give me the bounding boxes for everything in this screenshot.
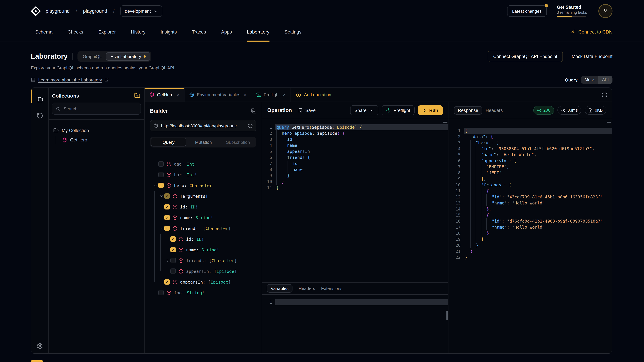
chevron-down-icon[interactable] bbox=[158, 193, 164, 199]
field-row-friends[interactable]: friends:[Character] bbox=[150, 255, 256, 266]
add-operation-button[interactable]: Add operation bbox=[291, 88, 336, 102]
breadcrumb-org[interactable]: playground bbox=[46, 8, 70, 14]
field-checkbox[interactable] bbox=[170, 258, 176, 263]
field-row-appearsIn[interactable]: appearsIn:[Episode]! bbox=[150, 266, 256, 277]
endpoint-url-input[interactable]: http://localhost:3000/api/lab/playgrounc bbox=[150, 120, 256, 131]
learn-more-link[interactable]: Learn more about the Laboratory bbox=[31, 77, 109, 82]
collections-rail-button[interactable] bbox=[34, 94, 46, 105]
kind-tab-query[interactable]: Query bbox=[151, 138, 186, 146]
tab-response[interactable]: Response bbox=[454, 106, 482, 114]
field-row-name[interactable]: ✓name:String! bbox=[150, 212, 256, 223]
field-row-foo[interactable]: foo:String! bbox=[150, 287, 256, 298]
nav-item-settings[interactable]: Settings bbox=[284, 22, 302, 41]
indent-guide bbox=[465, 170, 470, 176]
nav-item-apps[interactable]: Apps bbox=[221, 22, 232, 41]
close-tab-icon[interactable]: × bbox=[244, 92, 246, 97]
breadcrumb-project[interactable]: playground bbox=[83, 8, 107, 14]
kind-tab-mutation[interactable]: Mutation bbox=[186, 138, 221, 146]
kind-tab-subscription[interactable]: Subscription bbox=[221, 138, 255, 146]
endpoint-mode-mock[interactable]: Mock bbox=[581, 76, 598, 84]
nav-item-insights[interactable]: Insights bbox=[160, 22, 177, 41]
get-started-widget[interactable]: Get Started 3 remaining tasks bbox=[557, 5, 587, 17]
close-tab-icon[interactable]: × bbox=[283, 92, 286, 97]
chevron-spacer bbox=[158, 204, 164, 210]
save-button[interactable]: Save bbox=[298, 108, 316, 113]
code-line: 6friends { bbox=[262, 155, 448, 161]
scroll-indicator[interactable] bbox=[444, 122, 448, 123]
new-folder-button[interactable] bbox=[134, 92, 140, 98]
tab-gethero[interactable]: GetHero× bbox=[144, 88, 184, 102]
chevron-down-icon[interactable] bbox=[158, 225, 164, 231]
run-button[interactable]: Run bbox=[418, 105, 443, 115]
mode-option-hive-laboratory[interactable]: Hive Laboratory bbox=[106, 52, 150, 60]
response-editor[interactable]: 1{2"data": {3"hero": {4"id": "93038304-0… bbox=[448, 119, 612, 353]
mode-option-graphiql[interactable]: GraphiQL bbox=[78, 52, 106, 60]
field-checkbox[interactable]: ✓ bbox=[170, 236, 176, 242]
indent-guide bbox=[476, 200, 481, 206]
field-row-appearsIn[interactable]: ✓appearsIn:[Episode]! bbox=[150, 277, 256, 287]
code-line: 1 bbox=[262, 299, 448, 305]
collections-search[interactable] bbox=[52, 103, 141, 115]
field-row-aaa[interactable]: aaa:Int bbox=[150, 159, 256, 169]
close-tab-icon[interactable]: × bbox=[177, 92, 179, 97]
query-editor[interactable]: 1query GetHero($episode: Episode) {2hero… bbox=[262, 119, 448, 282]
tab-extensions[interactable]: Extensions bbox=[321, 286, 342, 291]
field-checkbox[interactable]: ✓ bbox=[164, 193, 170, 199]
collection-operation[interactable]: GetHero bbox=[49, 135, 144, 144]
chevron-down-icon[interactable] bbox=[152, 182, 158, 188]
preflight-button[interactable]: Preflight bbox=[382, 105, 414, 115]
field-row-id[interactable]: ✓id:ID! bbox=[150, 234, 256, 244]
hive-logo-icon[interactable] bbox=[31, 6, 41, 16]
field-row-arguments[interactable]: ✓[arguments] bbox=[150, 191, 256, 201]
connect-to-cdn-link[interactable]: Connect to CDN bbox=[570, 22, 612, 41]
nav-item-history[interactable]: History bbox=[130, 22, 146, 41]
field-checkbox[interactable]: ✓ bbox=[170, 247, 176, 252]
environment-selector[interactable]: development bbox=[120, 5, 162, 17]
field-checkbox[interactable]: ✓ bbox=[158, 183, 164, 188]
tab-variables[interactable]: Variables bbox=[267, 284, 292, 293]
nav-item-laboratory[interactable]: Laboratory bbox=[246, 22, 270, 41]
tab-preflight[interactable]: Preflight× bbox=[251, 88, 291, 102]
field-row-name[interactable]: ✓name:String! bbox=[150, 244, 256, 255]
field-checkbox[interactable] bbox=[170, 269, 176, 274]
indent-guide bbox=[476, 224, 481, 230]
field-checkbox[interactable] bbox=[158, 172, 164, 177]
scroll-indicator[interactable] bbox=[607, 122, 611, 123]
field-checkbox[interactable]: ✓ bbox=[164, 226, 170, 231]
nav-item-explorer[interactable]: Explorer bbox=[98, 22, 116, 41]
history-rail-button[interactable] bbox=[34, 110, 46, 121]
breadcrumb-separator: / bbox=[113, 8, 114, 14]
scrollbar-thumb[interactable] bbox=[446, 311, 448, 320]
tab-environment-variables[interactable]: Environment Variables× bbox=[184, 88, 251, 102]
collection-folder[interactable]: My Collection bbox=[49, 126, 144, 135]
field-row-hero[interactable]: ✓hero:Character bbox=[150, 180, 256, 191]
fullscreen-button[interactable] bbox=[602, 88, 607, 102]
field-row-bar[interactable]: bar:Int! bbox=[150, 169, 256, 180]
field-checkbox[interactable] bbox=[158, 161, 164, 167]
search-input[interactable] bbox=[63, 106, 137, 111]
line-number: 10 bbox=[448, 182, 464, 188]
latest-changes-button[interactable]: Latest changes bbox=[507, 5, 546, 17]
connect-endpoint-button[interactable]: Connect GraphQL API Endpoint bbox=[488, 51, 563, 62]
mock-endpoint-button[interactable]: Mock Data Endpoint bbox=[572, 54, 612, 59]
share-button[interactable]: Share ⋯ bbox=[350, 105, 378, 115]
tab-response-headers[interactable]: Headers bbox=[486, 108, 503, 113]
tab-headers[interactable]: Headers bbox=[298, 286, 315, 291]
field-checkbox[interactable]: ✓ bbox=[164, 279, 170, 285]
user-avatar[interactable] bbox=[598, 4, 612, 18]
field-row-friends[interactable]: ✓friends:[Character] bbox=[150, 223, 256, 234]
nav-item-traces[interactable]: Traces bbox=[192, 22, 206, 41]
nav-item-checks[interactable]: Checks bbox=[67, 22, 84, 41]
settings-rail-button[interactable] bbox=[36, 343, 43, 349]
endpoint-mode-api[interactable]: API bbox=[598, 76, 612, 84]
nav-item-schema[interactable]: Schema bbox=[35, 22, 53, 41]
chevron-right-icon[interactable] bbox=[164, 257, 170, 264]
field-checkbox[interactable] bbox=[158, 290, 164, 295]
refresh-schema-button[interactable] bbox=[248, 123, 253, 128]
collapse-builder-button[interactable] bbox=[251, 108, 256, 114]
field-checkbox[interactable]: ✓ bbox=[164, 204, 170, 210]
breadcrumb: playground / playground / development bbox=[31, 5, 162, 17]
field-row-id[interactable]: ✓id:ID! bbox=[150, 201, 256, 212]
field-checkbox[interactable]: ✓ bbox=[164, 215, 170, 220]
variables-editor[interactable]: 1 bbox=[262, 295, 448, 353]
